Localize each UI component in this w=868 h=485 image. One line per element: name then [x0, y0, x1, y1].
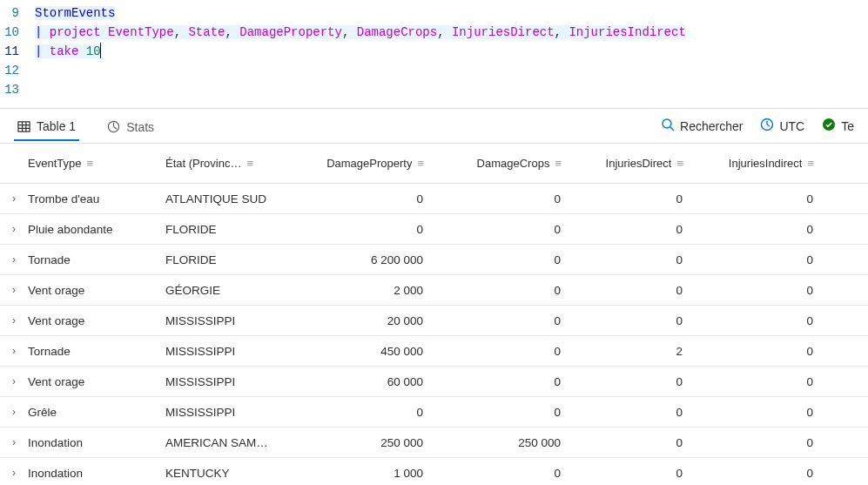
- table-row[interactable]: ›Vent orageGÉORGIE2 000000: [0, 275, 868, 306]
- cell: Inondation: [23, 467, 160, 480]
- cell: Tornade: [23, 253, 160, 266]
- column-header[interactable]: EventType≡: [23, 157, 160, 170]
- table-row[interactable]: ›InondationKENTUCKY1 000000: [0, 458, 868, 485]
- tab-stats[interactable]: Stats: [104, 111, 158, 141]
- cell: 0: [566, 406, 688, 419]
- grid-header-row: EventType≡État (Provinc…≡DamageProperty≡…: [0, 144, 868, 184]
- expand-row-icon[interactable]: ›: [5, 192, 23, 205]
- cell: MISSISSIPPI: [160, 345, 289, 358]
- cell: 250 000: [428, 436, 566, 449]
- code-line[interactable]: [35, 61, 868, 80]
- status-indicator[interactable]: Te: [822, 118, 854, 134]
- line-number: 12: [0, 61, 35, 80]
- cell: 0: [428, 375, 566, 388]
- cell: FLORIDE: [160, 253, 289, 266]
- expand-row-icon[interactable]: ›: [5, 467, 23, 479]
- column-menu-icon[interactable]: ≡: [676, 157, 683, 170]
- cell: AMERICAN SAM…: [160, 436, 289, 449]
- cell: 0: [428, 467, 566, 480]
- expand-row-icon[interactable]: ›: [5, 375, 23, 387]
- expand-row-icon[interactable]: ›: [5, 253, 23, 266]
- tab-table[interactable]: Table 1: [14, 111, 79, 141]
- expand-row-icon[interactable]: ›: [5, 436, 23, 448]
- column-menu-icon[interactable]: ≡: [246, 157, 252, 170]
- stats-icon: [107, 120, 120, 133]
- cell: 0: [428, 284, 566, 297]
- expand-row-icon[interactable]: ›: [5, 284, 23, 296]
- cell: 0: [688, 436, 818, 449]
- column-name: InjuriesIndirect: [729, 157, 803, 170]
- column-menu-icon[interactable]: ≡: [807, 157, 813, 170]
- cell: 450 000: [289, 345, 428, 358]
- column-menu-icon[interactable]: ≡: [417, 157, 423, 170]
- cell: MISSISSIPPI: [160, 314, 289, 327]
- cell: 0: [428, 345, 566, 358]
- expand-row-icon[interactable]: ›: [5, 406, 23, 418]
- table-row[interactable]: ›TornadeFLORIDE6 200 000000: [0, 245, 868, 275]
- cell: 0: [566, 253, 688, 266]
- table-row[interactable]: ›Vent orageMISSISSIPPI20 000000: [0, 306, 868, 336]
- svg-point-13: [823, 118, 835, 131]
- cell: 20 000: [289, 314, 428, 327]
- table-row[interactable]: ›Trombe d'eauATLANTIQUE SUD0000: [0, 184, 868, 214]
- check-circle-icon: [822, 118, 836, 134]
- code-line[interactable]: [35, 80, 868, 99]
- cell: 60 000: [289, 375, 428, 388]
- column-header[interactable]: InjuriesIndirect≡: [688, 157, 818, 170]
- cell: KENTUCKY: [160, 467, 289, 480]
- cell: 0: [688, 406, 818, 419]
- column-name: InjuriesDirect: [606, 157, 672, 170]
- query-editor[interactable]: 9StormEvents10| project EventType, State…: [0, 0, 868, 108]
- table-icon: [17, 120, 30, 133]
- cell: 0: [688, 375, 818, 388]
- cell: 0: [566, 314, 688, 327]
- cell: 0: [688, 253, 818, 266]
- code-line[interactable]: | project EventType, State, DamageProper…: [35, 23, 868, 42]
- table-row[interactable]: ›Vent orageMISSISSIPPI60 000000: [0, 367, 868, 397]
- cell: Vent orage: [23, 314, 160, 327]
- cell: 6 200 000: [289, 253, 428, 266]
- tab-table-label: Table 1: [37, 119, 76, 133]
- column-header[interactable]: InjuriesDirect≡: [566, 157, 688, 170]
- table-row[interactable]: ›Pluie abondanteFLORIDE0000: [0, 214, 868, 245]
- line-number: 9: [0, 3, 35, 23]
- cell: Tornade: [23, 345, 160, 358]
- svg-point-8: [663, 119, 671, 128]
- cell: 2 000: [289, 284, 428, 297]
- column-header[interactable]: DamageProperty≡: [289, 157, 428, 170]
- cell: 0: [688, 345, 818, 358]
- code-line[interactable]: | take 10: [35, 42, 868, 61]
- cell: 2: [566, 345, 688, 358]
- cell: 0: [428, 223, 566, 236]
- cell: 0: [289, 223, 428, 236]
- table-row[interactable]: ›GrêleMISSISSIPPI0000: [0, 397, 868, 428]
- column-header[interactable]: État (Provinc…≡: [160, 157, 289, 170]
- timezone-button[interactable]: UTC: [760, 118, 804, 134]
- expand-row-icon[interactable]: ›: [5, 223, 23, 235]
- cell: 0: [688, 284, 818, 297]
- cell: MISSISSIPPI: [160, 375, 289, 388]
- cell: 0: [289, 192, 428, 205]
- column-menu-icon[interactable]: ≡: [86, 157, 92, 170]
- column-header[interactable]: DamageCrops≡: [428, 157, 566, 170]
- svg-line-7: [114, 127, 118, 130]
- code-line[interactable]: StormEvents: [35, 3, 868, 23]
- result-tabs: Table 1 Stats Rechercher UTC: [0, 109, 868, 144]
- cell: 0: [428, 253, 566, 266]
- column-menu-icon[interactable]: ≡: [555, 157, 561, 170]
- cell: 0: [566, 192, 688, 205]
- cell: GÉORGIE: [160, 284, 289, 297]
- expand-row-icon[interactable]: ›: [5, 314, 23, 327]
- tab-stats-label: Stats: [126, 120, 154, 134]
- expand-row-icon[interactable]: ›: [5, 345, 23, 357]
- table-row[interactable]: ›TornadeMISSISSIPPI450 000020: [0, 336, 868, 367]
- search-button[interactable]: Rechercher: [661, 118, 743, 134]
- cell: Vent orage: [23, 375, 160, 388]
- cell: 0: [289, 406, 428, 419]
- clock-icon: [760, 118, 774, 134]
- cell: 0: [428, 314, 566, 327]
- cell: 0: [566, 284, 688, 297]
- table-row[interactable]: ›InondationAMERICAN SAM…250 000250 00000: [0, 428, 868, 458]
- svg-line-9: [670, 127, 674, 131]
- cell: Grêle: [23, 406, 160, 419]
